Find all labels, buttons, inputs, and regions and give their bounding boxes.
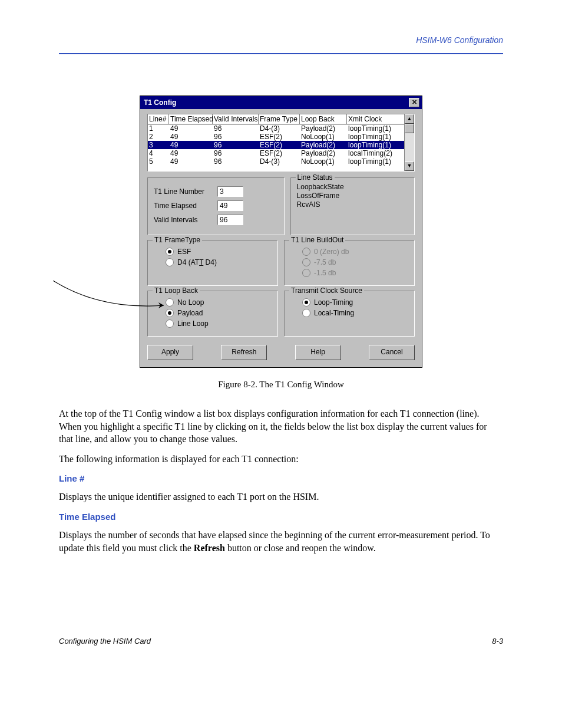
body-paragraph: The following information is displayed f…	[59, 453, 503, 466]
radio-icon	[166, 258, 174, 266]
col-xmit-clock: Xmit Clock	[347, 114, 400, 124]
cell: 2	[148, 133, 169, 141]
refresh-button[interactable]: Refresh	[221, 345, 267, 360]
radio-lineloop[interactable]: Line Loop	[166, 319, 272, 328]
status-item: LossOfFrame	[297, 192, 408, 200]
cell: ESF(2)	[259, 149, 300, 157]
cell: 1	[148, 124, 169, 133]
line-status-group: Line Status LoopbackState LossOfFrame Rc…	[290, 177, 415, 235]
cell: loopTiming(1)	[347, 124, 400, 133]
line-status-legend: Line Status	[296, 173, 335, 182]
radio-label: Local-Timing	[314, 309, 354, 317]
t1-config-dialog: T1 Config ✕ Line# Time Elapsed Valid Int…	[140, 95, 422, 368]
cell: ESF(2)	[259, 133, 300, 141]
radio-icon	[166, 319, 174, 328]
cell: 96	[213, 157, 259, 166]
radio-noloop[interactable]: No Loop	[166, 298, 272, 307]
table-row[interactable]: 54996D4-(3)NoLoop(1)loopTiming(1)	[148, 157, 404, 166]
close-icon[interactable]: ✕	[409, 98, 419, 107]
clock-source-group: Transmit Clock Source Loop-Timing Local-…	[284, 291, 415, 337]
section-heading-time: Time Elapsed	[59, 512, 503, 522]
cell: 96	[213, 124, 259, 133]
cell: 49	[169, 124, 213, 133]
radio-local-timing[interactable]: Local-Timing	[302, 309, 408, 317]
table-row[interactable]: 14996D4-(3)Payload(2)loopTiming(1)	[148, 124, 404, 133]
cell: Payload(2)	[300, 124, 347, 133]
radio-icon	[302, 298, 310, 307]
t1-line-listbox[interactable]: Line# Time Elapsed Valid Intervals Frame…	[147, 114, 415, 172]
scroll-up-icon[interactable]: ▲	[405, 114, 414, 124]
col-loop-back: Loop Back	[300, 114, 347, 124]
cell: NoLoop(1)	[300, 157, 347, 166]
help-button[interactable]: Help	[295, 345, 341, 360]
cell: D4-(3)	[259, 157, 300, 166]
valid-intervals-label: Valid Intervals	[154, 216, 213, 224]
radio-icon	[166, 309, 174, 317]
radio-label: Payload	[177, 309, 203, 317]
page-header-right: HSIM-W6 Configuration	[416, 35, 503, 45]
frame-type-group: T1 FrameType ESF D4 (ATT D4)	[147, 240, 278, 286]
radio-label: Line Loop	[177, 319, 209, 328]
line-info-group: T1 Line Number Time Elapsed Valid Interv…	[147, 177, 285, 235]
line-number-label: T1 Line Number	[154, 187, 213, 196]
cell: NoLoop(1)	[300, 133, 347, 141]
radio-d4[interactable]: D4 (ATT D4)	[166, 258, 272, 266]
radio-icon	[302, 309, 310, 317]
valid-intervals-field[interactable]	[217, 215, 243, 225]
section-heading-line: Line #	[59, 473, 503, 483]
cell: loopTiming(1)	[347, 133, 400, 141]
scroll-down-icon[interactable]: ▼	[405, 162, 414, 171]
body-paragraph: At the top of the T1 Config window a lis…	[59, 407, 503, 446]
cell: loopTiming(1)	[347, 157, 400, 166]
cell: 49	[169, 133, 213, 141]
radio-icon	[166, 248, 174, 256]
table-row[interactable]: 34996ESF(2)Payload(2)loopTiming(1)	[148, 141, 404, 149]
col-valid-intervals: Valid Intervals	[213, 114, 259, 124]
radio-75db: -7.5 db	[302, 258, 408, 266]
buildout-legend: T1 Line BuildOut	[289, 236, 345, 244]
radio-payload[interactable]: Payload	[166, 309, 272, 317]
table-row[interactable]: 24996ESF(2)NoLoop(1)loopTiming(1)	[148, 133, 404, 141]
clock-legend: Transmit Clock Source	[289, 286, 364, 295]
line-number-field[interactable]	[217, 186, 243, 197]
footer-right: 8-3	[492, 637, 503, 645]
radio-label: -7.5 db	[314, 258, 336, 266]
col-frame-type: Frame Type	[259, 114, 300, 124]
list-scrollbar[interactable]: ▲ ▼	[404, 114, 414, 171]
figure-caption: Figure 8-2. The T1 Config Window	[59, 380, 503, 390]
time-elapsed-field[interactable]	[217, 200, 243, 211]
scroll-thumb[interactable]	[405, 124, 414, 133]
titlebar: T1 Config ✕	[140, 96, 422, 109]
cell: D4-(3)	[259, 124, 300, 133]
time-elapsed-label: Time Elapsed	[154, 202, 213, 210]
status-item: LoopbackState	[297, 183, 408, 192]
table-row[interactable]: 44996ESF(2)Payload(2)localTiming(2)	[148, 149, 404, 157]
cell: Payload(2)	[300, 149, 347, 157]
cell: localTiming(2)	[347, 149, 400, 157]
line-status-list: LoopbackState LossOfFrame RcvAIS	[297, 183, 408, 209]
body-paragraph: Displays the number of seconds that have…	[59, 529, 503, 554]
radio-label: 0 (Zero) db	[314, 248, 349, 256]
buildout-group: T1 Line BuildOut 0 (Zero) db -7.5 db -1.…	[284, 240, 415, 286]
apply-button[interactable]: Apply	[147, 345, 193, 360]
radio-icon	[302, 248, 310, 256]
radio-0db: 0 (Zero) db	[302, 248, 408, 256]
radio-esf[interactable]: ESF	[166, 248, 272, 256]
status-item: RcvAIS	[297, 200, 408, 209]
radio-loop-timing[interactable]: Loop-Timing	[302, 298, 408, 307]
col-line: Line#	[148, 114, 169, 124]
loopback-legend: T1 Loop Back	[153, 286, 200, 295]
footer-left: Configuring the HSIM Card	[59, 637, 151, 645]
window-title: T1 Config	[143, 98, 176, 107]
cancel-button[interactable]: Cancel	[369, 345, 415, 360]
radio-15db: -1.5 db	[302, 269, 408, 277]
list-header: Line# Time Elapsed Valid Intervals Frame…	[148, 114, 404, 124]
cell: 49	[169, 141, 213, 149]
cell: 5	[148, 157, 169, 166]
radio-label: Loop-Timing	[314, 298, 353, 307]
body-paragraph: Displays the unique identifier assigned …	[59, 490, 503, 503]
radio-label: No Loop	[177, 298, 204, 307]
radio-icon	[166, 298, 174, 307]
cell: 3	[148, 141, 169, 149]
cell: ESF(2)	[259, 141, 300, 149]
